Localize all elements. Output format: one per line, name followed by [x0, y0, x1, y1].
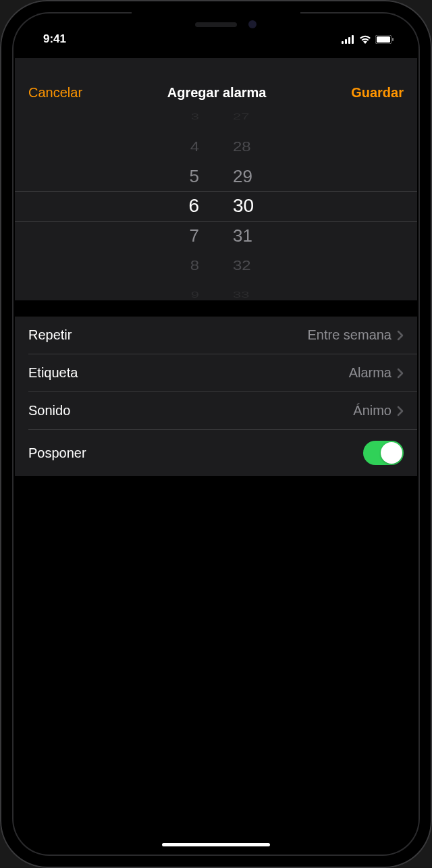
minute-picker[interactable]: 27 28 29 30 31 32 33: [233, 111, 260, 300]
page-title: Agregar alarma: [167, 85, 267, 101]
sound-label: Sonido: [28, 403, 70, 418]
repeat-row[interactable]: Repetir Entre semana: [15, 317, 417, 354]
svg-rect-5: [377, 36, 390, 43]
notch: [132, 12, 300, 36]
speaker-grille: [195, 22, 237, 27]
repeat-value: Entre semana: [307, 327, 392, 343]
status-icons: [342, 35, 394, 44]
picker-minute-item[interactable]: 27: [233, 111, 260, 126]
label-label: Etiqueta: [28, 365, 78, 381]
label-value-wrap: Alarma: [349, 365, 404, 381]
home-indicator[interactable]: [162, 843, 270, 846]
sound-value: Ánimo: [353, 403, 392, 418]
svg-rect-3: [352, 35, 354, 44]
hour-picker[interactable]: 3 4 5 6 7 8 9: [172, 111, 199, 300]
toggle-knob: [381, 442, 402, 464]
svg-rect-1: [345, 39, 347, 44]
phone-inner: 9:41: [12, 12, 420, 856]
sound-row[interactable]: Sonido Ánimo: [15, 392, 417, 429]
repeat-value-wrap: Entre semana: [307, 327, 404, 343]
repeat-label: Repetir: [28, 327, 72, 343]
snooze-label: Posponer: [28, 445, 86, 461]
picker-hour-item[interactable]: 5: [172, 161, 199, 191]
chevron-right-icon: [397, 368, 404, 379]
picker-hour-item[interactable]: 3: [172, 111, 199, 126]
picker-hour-item[interactable]: 8: [172, 252, 199, 277]
picker-hour-item[interactable]: 4: [172, 134, 199, 159]
picker-columns: 3 4 5 6 7 8 9 27 28 29 30 31 32: [172, 111, 260, 300]
picker-hour-item[interactable]: 7: [172, 221, 199, 250]
snooze-row: Posponer: [15, 430, 417, 476]
wifi-icon: [359, 35, 371, 44]
snooze-toggle[interactable]: [363, 441, 404, 465]
picker-minute-item[interactable]: 33: [233, 286, 260, 300]
label-value: Alarma: [349, 365, 392, 381]
picker-minute-item[interactable]: 32: [233, 252, 260, 277]
settings-list: Repetir Entre semana Etiqueta Alarma: [15, 317, 417, 476]
picker-minute-selected[interactable]: 30: [233, 191, 260, 221]
chevron-right-icon: [397, 330, 404, 341]
battery-icon: [375, 35, 394, 44]
front-camera: [248, 20, 256, 28]
cellular-icon: [342, 35, 355, 44]
screen: 9:41: [15, 15, 417, 853]
label-row[interactable]: Etiqueta Alarma: [15, 354, 417, 391]
svg-rect-0: [342, 41, 344, 44]
save-button[interactable]: Guardar: [351, 85, 404, 101]
picker-minute-item[interactable]: 31: [233, 221, 260, 250]
picker-hour-selected[interactable]: 6: [172, 191, 199, 221]
sound-value-wrap: Ánimo: [353, 403, 404, 418]
svg-rect-6: [392, 38, 394, 41]
cancel-button[interactable]: Cancelar: [28, 85, 82, 101]
picker-hour-item[interactable]: 9: [172, 286, 199, 300]
phone-frame: 9:41: [0, 0, 432, 868]
navigation-bar: Cancelar Agregar alarma Guardar: [15, 58, 417, 111]
picker-minute-item[interactable]: 29: [233, 161, 260, 191]
svg-rect-2: [348, 37, 350, 44]
time-picker[interactable]: 3 4 5 6 7 8 9 27 28 29 30 31 32: [15, 111, 417, 300]
picker-minute-item[interactable]: 28: [233, 134, 260, 159]
status-time: 9:41: [43, 32, 66, 46]
chevron-right-icon: [397, 406, 404, 416]
